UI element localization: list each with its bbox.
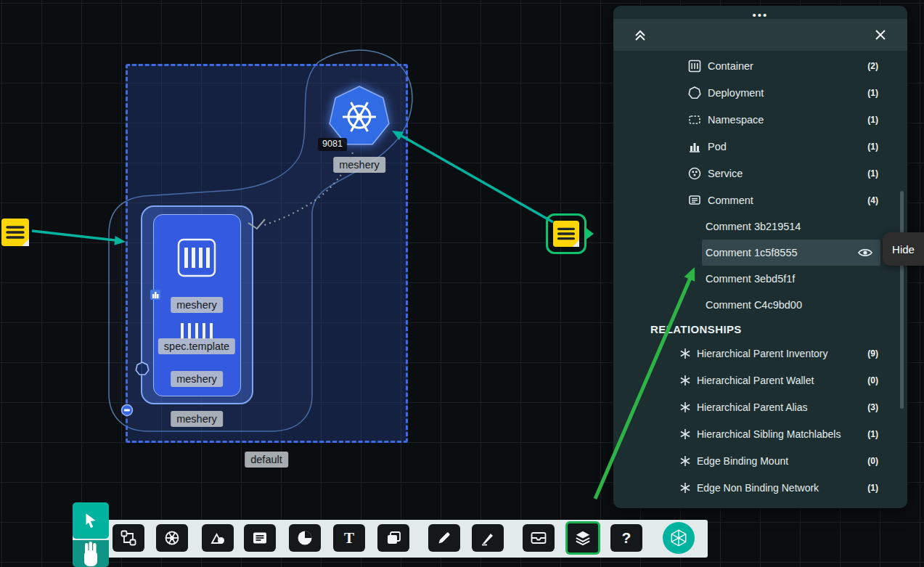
service-icon [688,167,701,180]
container-icon[interactable] [176,237,217,278]
relationship-row[interactable]: Hierarchical Parent Alias (3) [613,393,907,420]
component-label: Namespace [708,114,764,126]
hide-eye-icon[interactable] [857,247,873,258]
panel-header [613,19,907,51]
layers-tool-button[interactable] [565,521,600,555]
tray-icon [530,529,547,547]
relationship-icon [679,375,691,386]
shapes-icon [209,529,226,547]
comment-item[interactable]: Comment C4c9bd00 [702,292,880,318]
cursor-tool-button[interactable] [73,502,109,539]
hide-tooltip: Hide [883,232,924,266]
comment-node-left[interactable] [1,219,29,246]
relationship-icon [679,455,691,467]
component-label: Deployment [708,87,764,99]
relationship-label: Hierarchical Parent Wallet [697,375,814,386]
comment-item-label: Comment 3ebd5f1f [706,273,795,285]
comment-item[interactable]: Comment 3b219514 [702,213,880,240]
meshery-logo-button[interactable] [663,522,695,554]
collapse-panel-icon[interactable] [632,27,648,43]
brush-tool-button[interactable] [472,524,504,552]
hide-tooltip-label: Hide [892,243,915,256]
brush-icon [479,529,496,547]
comment-tool-button[interactable] [244,524,276,552]
shapes-tool-button[interactable] [202,524,234,552]
relationship-icon [679,482,691,494]
relationship-count: (3) [867,402,878,412]
comment-item-selected[interactable]: Comment 1c5f8555 [702,240,880,266]
comment-selection-point [585,227,594,240]
cursor-icon [81,511,100,530]
component-row-service[interactable]: Service (1) [613,160,907,187]
relationship-count: (1) [867,483,878,493]
component-row-pod[interactable]: Pod (1) [613,133,907,160]
kubernetes-icon [163,529,181,547]
container-icon [688,60,701,73]
deployment-icon [688,86,701,99]
relationship-label: Edge Non Binding Network [697,482,819,494]
namespace-label-chip: default [245,452,288,468]
relationship-count: (0) [867,456,878,466]
component-label: Container [708,60,753,72]
component-count: (1) [867,115,878,125]
tray-tool-button[interactable] [523,524,555,552]
more-options-icon[interactable]: ••• [613,6,907,19]
port-label-chip: 9081 [318,138,347,151]
relationship-count: (0) [867,375,878,386]
comment-node-right[interactable] [553,221,579,247]
component-row-deployment[interactable]: Deployment (1) [613,79,907,106]
close-icon[interactable] [872,27,888,43]
pod-icon [688,140,701,153]
panel-scrollbar[interactable] [900,191,904,409]
component-row-container[interactable]: Container (2) [613,52,907,79]
relationship-label: Hierarchical Sibling Matchlabels [697,428,841,440]
text-tool-icon: T [344,529,354,547]
relationship-label: Hierarchical Parent Inventory [697,348,828,359]
service-label-chip: meshery [333,157,385,173]
hand-icon [80,540,102,567]
relationship-row[interactable]: Hierarchical Sibling Matchlabels (1) [613,420,907,447]
flow-tool-button[interactable] [113,524,144,552]
relationship-row[interactable]: Edge Binding Mount (0) [613,447,907,474]
component-row-namespace[interactable]: Namespace (1) [613,106,907,133]
doodle-tool-button[interactable] [289,524,321,552]
comment-tool-icon [251,529,269,547]
namespace-icon [688,113,701,126]
relationship-row[interactable]: Hierarchical Parent Inventory (9) [613,340,907,367]
pod-label-chip: meshery [171,371,223,387]
pan-tool-button[interactable] [73,540,109,567]
comment-icon [688,194,701,207]
component-count: (4) [867,195,878,205]
component-label: Comment [708,195,753,206]
relationship-label: Edge Binding Mount [697,455,788,467]
meshery-logo-icon [669,529,688,547]
rectangle-tool-button[interactable] [377,524,409,552]
relationship-row[interactable]: Edge Non Binding Network (1) [613,474,907,501]
details-panel: ••• Container (2 [613,6,907,508]
comment-item-label: Comment 3b219514 [706,221,801,232]
relationship-row[interactable]: Hierarchical Parent Wallet (0) [613,367,907,393]
comment-item[interactable]: Comment 3ebd5f1f [702,266,880,292]
container-label-chip: meshery [171,297,223,313]
pod-badge-icon [150,289,161,301]
help-button[interactable]: ? [610,524,642,552]
component-row-comment[interactable]: Comment (4) [613,187,907,213]
spec-template-label-chip: spec.template [158,338,235,354]
layers-icon [573,529,592,547]
relationship-count: (9) [867,348,878,359]
pen-icon [436,529,453,547]
text-tool-button[interactable]: T [333,524,365,552]
component-count: (1) [867,88,878,98]
relationship-icon [679,401,691,413]
relationship-icon [679,428,691,440]
comment-item-label: Comment C4c9bd00 [706,299,802,311]
component-label: Service [708,168,743,179]
kubernetes-tool-button[interactable] [156,524,188,552]
help-icon: ? [622,529,631,547]
flow-icon [120,529,137,547]
pen-tool-button[interactable] [428,524,460,552]
namespace-badge-icon [120,404,134,417]
comment-item-label: Comment 1c5f8555 [706,247,798,258]
relationship-icon [679,348,691,359]
deployment-badge-icon [135,362,150,376]
